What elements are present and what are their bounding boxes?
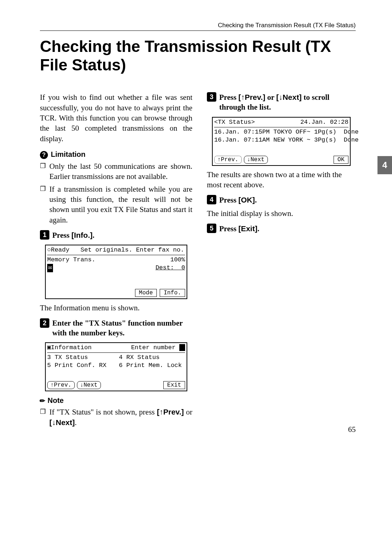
step-text: or bbox=[265, 93, 276, 102]
lcd-result-row: 16.Jan. 07:11AM NEW YORK ~ 3Pg(s) Done bbox=[214, 136, 348, 144]
lcd-screen-ready: ○Ready Set originals. Enter fax no. Memo… bbox=[45, 245, 187, 299]
note-text: or bbox=[184, 408, 192, 416]
lcd-menu-item[interactable]: 6 Print Mem. Lock bbox=[119, 362, 182, 370]
left-column: If you wish to find out whether a file w… bbox=[40, 92, 192, 430]
limitation-item-text: If a transmission is completed while you… bbox=[49, 184, 192, 225]
lcd-screen-tx-status: <TX Status> 24.Jan. 02:28 16.Jan. 07:15P… bbox=[212, 117, 351, 166]
step-number-icon: 3 bbox=[207, 92, 216, 102]
lcd-next-button[interactable]: ↓Next bbox=[77, 381, 101, 389]
button-label: [Exit] bbox=[238, 224, 258, 233]
two-column-layout: If you wish to find out whether a file w… bbox=[40, 92, 356, 430]
step-number-icon: 2 bbox=[40, 318, 49, 328]
limitation-item: ❒ Only the last 50 communications are sh… bbox=[40, 161, 192, 182]
step-4: 4 Press [OK]. bbox=[207, 195, 356, 205]
button-label: [↓Next] bbox=[276, 93, 302, 101]
button-label: [↑Prev.] bbox=[157, 408, 184, 416]
lcd-timestamp: 24.Jan. 02:28 bbox=[300, 118, 348, 126]
limitation-item-text: Only the last 50 communications are show… bbox=[49, 161, 192, 182]
lcd-next-button[interactable]: ↓Next bbox=[244, 156, 268, 164]
step-1: 1 Press [Info.]. bbox=[40, 230, 192, 240]
step-text: . bbox=[257, 224, 259, 233]
step-result-text: The Information menu is shown. bbox=[40, 303, 192, 313]
page-number: 65 bbox=[348, 425, 356, 434]
step-text: Press bbox=[52, 231, 72, 240]
limitation-label: Limitation bbox=[51, 150, 86, 159]
bullet-icon: ❒ bbox=[40, 162, 46, 182]
lcd-result-row: 16.Jan. 07:15PM TOKYO OFF~ 1Pg(s) Done bbox=[214, 128, 348, 136]
page-title: Checking the Transmission Result (TX Fil… bbox=[40, 37, 356, 74]
lcd-title: <TX Status> bbox=[214, 118, 255, 126]
lcd-menu-item[interactable]: 5 Print Conf. RX bbox=[47, 362, 119, 370]
step-text: Enter the "TX Status" function number wi… bbox=[52, 318, 192, 338]
lcd-info-button[interactable]: Info. bbox=[160, 289, 185, 297]
note-text: . bbox=[75, 418, 77, 427]
chapter-tab: 4 bbox=[377, 156, 392, 174]
step-text: Press bbox=[219, 93, 238, 102]
lcd-screen-information: ▣Information Enter number 3 TX Status 4 … bbox=[45, 342, 187, 391]
button-label: [OK] bbox=[238, 196, 255, 204]
running-head: Checking the Transmission Result (TX Fil… bbox=[40, 22, 356, 31]
intro-text: If you wish to find out whether a file w… bbox=[40, 92, 192, 144]
note-text: If "TX Status" is not shown, press bbox=[49, 408, 157, 416]
step-text: Press bbox=[219, 224, 238, 233]
limitation-icon: ? bbox=[40, 151, 48, 159]
lcd-text: Set originals. Enter fax no. bbox=[81, 246, 184, 253]
bullet-icon: ❒ bbox=[40, 407, 46, 428]
step-5: 5 Press [Exit]. bbox=[207, 224, 356, 234]
button-label: [Info.] bbox=[72, 231, 93, 239]
limitation-item: ❒ If a transmission is completed while y… bbox=[40, 184, 192, 225]
lcd-text: 100% bbox=[170, 256, 185, 264]
bullet-icon: ❒ bbox=[40, 184, 46, 225]
lcd-prev-button[interactable]: ↑Prev. bbox=[47, 381, 75, 389]
step-number-icon: 1 bbox=[40, 230, 49, 240]
step-number-icon: 4 bbox=[207, 195, 216, 204]
note-heading: ✎ Note bbox=[40, 396, 192, 405]
step-text: . bbox=[93, 231, 94, 240]
lcd-text: Dest: 0 bbox=[53, 264, 185, 272]
button-label: [↑Prev.] bbox=[238, 93, 265, 101]
lcd-title: ▣Information bbox=[47, 344, 91, 352]
step-3: 3 Press [↑Prev.] or [↓Next] to scroll th… bbox=[207, 92, 356, 113]
lcd-text: ○Ready bbox=[47, 246, 69, 253]
button-label: [↓Next] bbox=[49, 418, 75, 427]
pencil-icon: ✎ bbox=[38, 396, 47, 405]
lcd-prev-button[interactable]: ↑Prev. bbox=[214, 156, 242, 164]
step-text: Press bbox=[219, 196, 238, 204]
lcd-ok-button[interactable]: OK bbox=[334, 156, 348, 164]
lcd-exit-button[interactable]: Exit bbox=[163, 381, 185, 389]
lcd-mode-button[interactable]: Mode bbox=[135, 289, 157, 297]
step-result-text: The results are shown two at a time with… bbox=[207, 170, 356, 190]
step-text: . bbox=[255, 196, 257, 204]
step-2: 2 Enter the "TX Status" function number … bbox=[40, 318, 192, 338]
step-result-text: The initial display is shown. bbox=[207, 208, 356, 219]
lcd-text: Memory Trans. bbox=[47, 256, 95, 264]
note-item: ❒ If "TX Status" is not shown, press [↑P… bbox=[40, 407, 192, 428]
lcd-title-right: Enter number bbox=[131, 344, 185, 352]
lcd-menu-item[interactable]: 4 RX Status bbox=[119, 354, 160, 362]
lcd-icon: ✉ bbox=[47, 264, 53, 272]
limitation-heading: ? Limitation bbox=[40, 150, 192, 159]
step-number-icon: 5 bbox=[207, 224, 216, 233]
note-label: Note bbox=[48, 396, 64, 405]
right-column: 3 Press [↑Prev.] or [↓Next] to scroll th… bbox=[207, 92, 356, 430]
lcd-menu-item[interactable]: 3 TX Status bbox=[47, 354, 119, 362]
